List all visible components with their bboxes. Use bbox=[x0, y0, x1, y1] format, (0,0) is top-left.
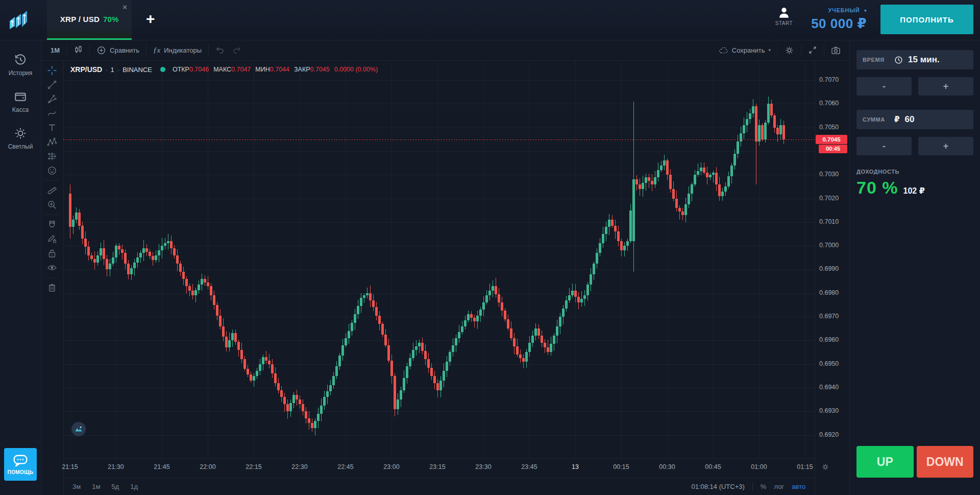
range-button[interactable]: 5д bbox=[111, 483, 119, 490]
time-axis[interactable]: 21:1521:3021:4522:0022:1522:3022:4523:00… bbox=[63, 458, 815, 478]
pattern-tool[interactable] bbox=[44, 135, 60, 149]
candle bbox=[562, 305, 565, 324]
candle bbox=[164, 238, 166, 249]
candle bbox=[519, 349, 522, 363]
auto-scale-button[interactable]: авто bbox=[792, 483, 805, 490]
candle bbox=[170, 235, 173, 254]
chart-style-button[interactable] bbox=[67, 40, 89, 60]
candle bbox=[103, 240, 105, 265]
remove-drawings-tool[interactable] bbox=[44, 280, 60, 295]
fullscreen-button[interactable] bbox=[801, 40, 824, 60]
candle bbox=[418, 340, 421, 353]
amount-minus-button[interactable]: - bbox=[856, 137, 912, 155]
pitchfork-tool[interactable] bbox=[44, 92, 60, 106]
deposit-button[interactable]: ПОПОЛНИТЬ bbox=[880, 5, 973, 34]
user-menu[interactable]: START bbox=[772, 6, 796, 26]
brush-tool[interactable] bbox=[44, 106, 60, 121]
up-button[interactable]: UP bbox=[856, 446, 914, 478]
chart-plot[interactable]: XRP/USD · 1 · BINANCE ОТКР 0.7046 МАКС 0… bbox=[63, 60, 815, 458]
range-button[interactable]: 1м bbox=[92, 483, 100, 490]
sidebar-item-history[interactable]: История bbox=[0, 53, 41, 77]
crosshair-tool[interactable] bbox=[44, 63, 60, 78]
chart-area: 1М Сравнить ƒx Индикаторы bbox=[41, 40, 849, 495]
redo-button[interactable] bbox=[231, 40, 248, 60]
candle bbox=[740, 127, 742, 147]
candle bbox=[684, 198, 687, 222]
candle bbox=[237, 340, 240, 357]
indicators-label: Индикаторы bbox=[164, 46, 202, 54]
account-type[interactable]: УЧЕБНЫЙ bbox=[828, 7, 860, 13]
down-button[interactable]: DOWN bbox=[917, 446, 974, 478]
text-tool[interactable] bbox=[44, 121, 60, 135]
candle bbox=[510, 321, 512, 341]
candle bbox=[106, 255, 108, 276]
emoji-tool[interactable] bbox=[44, 163, 60, 178]
time-plus-button[interactable]: + bbox=[918, 77, 973, 96]
undo-button[interactable] bbox=[209, 40, 231, 60]
candle bbox=[544, 339, 546, 352]
time-axis-label: 21:45 bbox=[154, 463, 169, 470]
help-button[interactable]: ПОМОЩЬ bbox=[4, 448, 37, 481]
amount-plus-button[interactable]: + bbox=[918, 137, 973, 155]
time-axis-settings-icon[interactable] bbox=[821, 463, 829, 471]
account-balance-block[interactable]: УЧЕБНЫЙ ▾ 50 000 ₽ bbox=[811, 5, 867, 32]
range-button[interactable]: 3м bbox=[72, 483, 81, 490]
price-axis[interactable]: 0.7045 00:45 0.70700.70600.70500.70300.7… bbox=[815, 60, 850, 495]
candle bbox=[660, 161, 663, 172]
candle bbox=[525, 349, 528, 368]
payout-amount: 102 ₽ bbox=[903, 186, 925, 196]
snapshot-button[interactable] bbox=[824, 40, 847, 60]
candle bbox=[550, 337, 552, 356]
sidebar-item-theme[interactable]: Светлый bbox=[0, 127, 41, 150]
payout-label: ДОХОДНОСТЬ bbox=[856, 169, 973, 175]
time-axis-label: 22:15 bbox=[246, 463, 261, 470]
time-axis-label: 01:15 bbox=[797, 463, 813, 470]
mountains-icon bbox=[74, 425, 83, 434]
candle bbox=[314, 418, 316, 435]
chart-settings-button[interactable] bbox=[778, 40, 801, 60]
hide-all-tool[interactable] bbox=[44, 261, 60, 275]
candle bbox=[635, 175, 638, 191]
candle bbox=[703, 162, 705, 175]
candle bbox=[743, 117, 745, 139]
measure-tool[interactable] bbox=[44, 183, 60, 198]
compare-plus-icon bbox=[96, 45, 106, 55]
price-axis-label: 0.7060 bbox=[819, 100, 839, 107]
candle bbox=[770, 100, 773, 117]
save-layout-button[interactable]: Сохранить ▾ bbox=[712, 40, 777, 60]
candle bbox=[495, 278, 497, 298]
candle bbox=[243, 356, 246, 371]
sidebar-item-cashier[interactable]: Касса bbox=[0, 90, 41, 113]
candle bbox=[191, 284, 194, 299]
asset-tab[interactable]: XRP / USD 70% × bbox=[47, 0, 132, 40]
magnet-tool[interactable] bbox=[44, 218, 60, 232]
candle bbox=[222, 318, 225, 341]
compare-button[interactable]: Сравнить bbox=[90, 40, 146, 60]
amount-field[interactable]: СУММА ₽ 60 bbox=[856, 110, 973, 129]
tab-close-icon[interactable]: × bbox=[122, 3, 127, 11]
wallet-icon bbox=[14, 90, 27, 103]
chart-clock[interactable]: 01:08:14 (UTC+3) bbox=[691, 483, 744, 490]
time-axis-label: 23:15 bbox=[429, 463, 445, 470]
ruble-icon: ₽ bbox=[894, 115, 899, 124]
time-field[interactable]: ВРЕМЯ 15 мин. bbox=[856, 50, 973, 69]
time-minus-button[interactable]: - bbox=[856, 77, 912, 96]
forecast-tool[interactable] bbox=[44, 149, 60, 163]
interval-button[interactable]: 1М bbox=[44, 40, 66, 60]
broker-watermark-button[interactable] bbox=[71, 422, 86, 436]
zoom-in-tool[interactable] bbox=[44, 198, 60, 212]
percent-scale-button[interactable]: % bbox=[761, 483, 767, 490]
range-button[interactable]: 1д bbox=[130, 483, 138, 490]
add-tab-button[interactable]: + bbox=[146, 11, 155, 27]
price-axis-label: 0.6970 bbox=[819, 313, 839, 320]
drawing-mode-tool[interactable] bbox=[44, 232, 60, 246]
lock-all-tool[interactable] bbox=[44, 246, 60, 261]
low-label: МИН bbox=[255, 66, 270, 73]
candle bbox=[446, 356, 448, 377]
indicators-button[interactable]: ƒx Индикаторы bbox=[146, 40, 208, 60]
log-scale-button[interactable]: лог bbox=[774, 483, 784, 490]
candle bbox=[645, 174, 647, 191]
trend-line-tool[interactable] bbox=[44, 78, 60, 92]
candle bbox=[247, 365, 249, 377]
candle bbox=[311, 418, 313, 432]
